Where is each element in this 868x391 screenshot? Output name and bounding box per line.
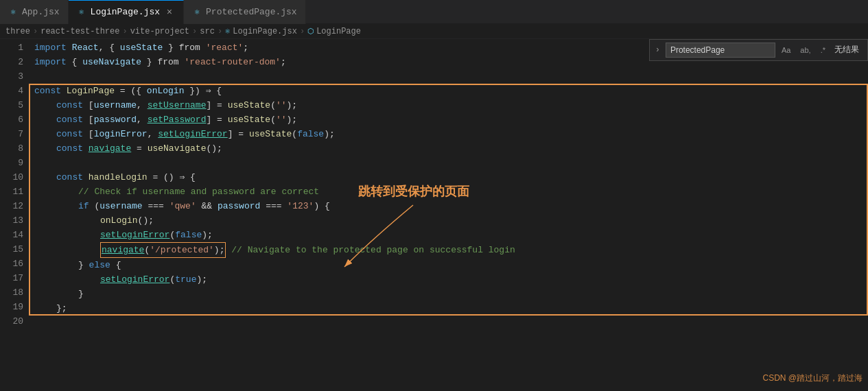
tab-bar: ⚛ App.jsx ⚛ LoginPage.jsx × ⚛ ProtectedP… xyxy=(0,0,868,24)
code-line-6: const [password, setPassword] = useState… xyxy=(29,112,868,127)
breadcrumb-loginpage-file: LoginPage.jsx xyxy=(233,27,297,36)
sep2: › xyxy=(122,27,127,36)
search-panel: › Aa ab, .* 无结果 xyxy=(649,39,868,61)
main-layout: 1 2 3 4 5 6 7 8 9 10 11 12 13 14 15 16 1… xyxy=(0,39,868,391)
code-line-3 xyxy=(29,69,868,84)
tab-login-label: LoginPage.jsx xyxy=(91,7,160,17)
breadcrumb-react-icon: ⚛ xyxy=(225,26,230,36)
react-icon-login: ⚛ xyxy=(77,8,86,17)
code-line-8: const navigate = useNavigate(); xyxy=(29,141,868,156)
react-icon-app: ⚛ xyxy=(8,7,18,16)
tab-app[interactable]: ⚛ App.jsx xyxy=(0,0,69,24)
code-line-4: const LoginPage = ({ onLogin }) ⇒ { xyxy=(29,84,868,98)
breadcrumb-vite: vite-project xyxy=(130,27,189,36)
code-line-15: navigate('/protected'); // Navigate to t… xyxy=(29,242,868,258)
code-line-17: setLoginError(true); xyxy=(29,272,868,287)
breadcrumb-three: three xyxy=(5,27,30,36)
sep5: › xyxy=(300,27,305,36)
tab-login[interactable]: ⚛ LoginPage.jsx × xyxy=(69,0,184,24)
code-line-20 xyxy=(29,316,868,330)
sep3: › xyxy=(192,27,197,36)
code-line-13: onLogin(); xyxy=(29,213,868,228)
code-line-12: if (username === 'qwe' && password === '… xyxy=(29,199,868,213)
breadcrumb-loginpage-symbol: ⬡LoginPage xyxy=(307,27,361,36)
code-line-11: // Check if username and password are co… xyxy=(29,185,868,199)
tab-protected[interactable]: ⚛ ProtectedPage.jsx xyxy=(184,0,306,24)
code-line-18: } xyxy=(29,287,868,301)
breadcrumb-react-test: react-test-three xyxy=(40,27,119,36)
line-numbers: 1 2 3 4 5 6 7 8 9 10 11 12 13 14 15 16 1… xyxy=(0,39,29,391)
sep4: › xyxy=(218,27,222,36)
watermark: CSDN @踏过山河，踏过海 xyxy=(762,371,863,386)
code-line-9 xyxy=(29,156,868,170)
sep1: › xyxy=(33,27,38,36)
code-line-5: const [username, setUsername] = useState… xyxy=(29,98,868,112)
code-line-7: const [loginError, setLoginError] = useS… xyxy=(29,127,868,141)
breadcrumb-src: src xyxy=(200,27,215,36)
code-line-19: }; xyxy=(29,301,868,316)
search-whole-word-button[interactable]: ab, xyxy=(797,43,814,57)
search-no-results: 无结果 xyxy=(832,43,862,58)
search-case-sensitive-button[interactable]: Aa xyxy=(778,43,794,57)
code-line-16: } else { xyxy=(29,258,868,272)
search-regex-button[interactable]: .* xyxy=(817,43,829,57)
react-icon-protected: ⚛ xyxy=(192,7,202,16)
search-input[interactable] xyxy=(666,43,775,58)
search-expand-icon[interactable]: › xyxy=(655,43,660,58)
breadcrumb: three › react-test-three › vite-project … xyxy=(0,24,868,39)
code-line-10: const handleLogin = () ⇒ { xyxy=(29,170,868,185)
editor-area: 1 2 3 4 5 6 7 8 9 10 11 12 13 14 15 16 1… xyxy=(0,39,868,391)
close-icon-login[interactable]: × xyxy=(164,7,175,18)
code-line-14: setLoginError(false); xyxy=(29,228,868,242)
tab-protected-label: ProtectedPage.jsx xyxy=(206,7,297,17)
code-content: › Aa ab, .* 无结果 import React, { useState… xyxy=(29,39,868,391)
tab-app-label: App.jsx xyxy=(22,7,60,17)
